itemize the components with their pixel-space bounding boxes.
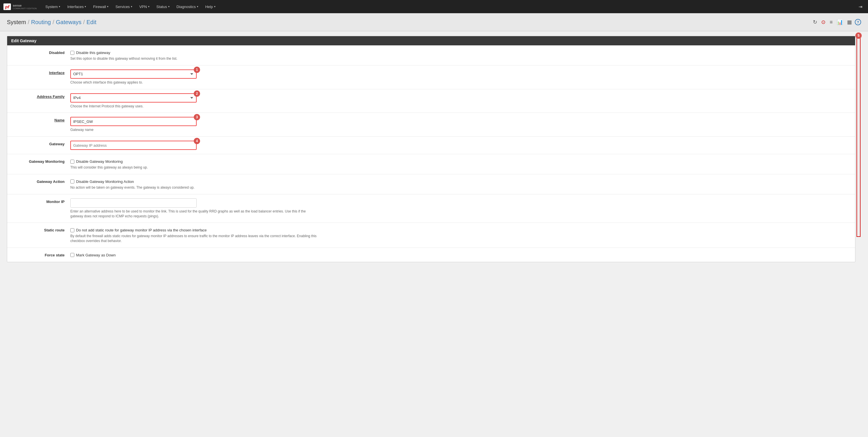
label-text-name[interactable]: Name	[55, 118, 65, 122]
chart-icon[interactable]: 📊	[836, 19, 844, 26]
field-col-gateway_monitoring: Disable Gateway MonitoringThis will cons…	[70, 157, 855, 171]
field-col-static_route: Do not add static route for gateway moni…	[70, 226, 855, 245]
help-text-disabled: Set this option to disable this gateway …	[70, 56, 317, 61]
checkbox-force_state[interactable]	[70, 253, 74, 257]
form-row-address_family: Address FamilyIPv4IPv62Choose the Intern…	[7, 89, 855, 113]
form-row-gateway_monitoring: Gateway MonitoringDisable Gateway Monito…	[7, 154, 855, 174]
help-text-gateway_monitoring: This will consider this gateway as alway…	[70, 165, 317, 170]
breadcrumb-routing[interactable]: Routing	[31, 19, 51, 26]
label-force_state: Force state	[7, 251, 70, 259]
label-static_route: Static route	[7, 226, 70, 245]
checkbox-label-gateway_monitoring: Disable Gateway Monitoring	[76, 159, 123, 164]
label-name: Name	[7, 116, 70, 133]
step-badge-name: 3	[194, 114, 200, 120]
breadcrumb-system: System	[7, 19, 26, 26]
field-col-gateway: 4	[70, 139, 855, 151]
form-row-monitor_ip: Monitor IPEnter an alternative address h…	[7, 194, 855, 223]
scroll-indicator[interactable]: 5	[856, 36, 861, 262]
chevron-down-icon: ▾	[131, 5, 132, 8]
nav-item-firewall[interactable]: Firewall ▾	[90, 0, 112, 13]
nav-item-services[interactable]: Services ▾	[113, 0, 135, 13]
select-address_family[interactable]: IPv4IPv6	[70, 93, 197, 102]
field-wrapper-interface: OPT1WANLAN1	[70, 69, 197, 79]
brand-name: sense	[12, 4, 22, 7]
select-interface[interactable]: OPT1WANLAN	[70, 69, 197, 79]
brand-logo: pf sense COMMUNITY EDITION	[3, 3, 37, 10]
chevron-down-icon: ▾	[59, 5, 60, 8]
breadcrumb-sep-3: /	[83, 19, 85, 26]
chevron-down-icon: ▾	[148, 5, 150, 8]
field-col-monitor_ip: Enter an alternative address here to be …	[70, 197, 855, 220]
help-icon[interactable]: ?	[855, 19, 861, 25]
input-name[interactable]	[70, 117, 197, 126]
label-gateway_action: Gateway Action	[7, 177, 70, 191]
table-icon[interactable]: ▦	[846, 19, 853, 26]
checkbox-disabled[interactable]	[70, 51, 74, 55]
field-wrapper-monitor_ip	[70, 198, 197, 208]
nav-item-vpn[interactable]: VPN ▾	[136, 0, 152, 13]
checkbox-label-disabled: Disable this gateway	[76, 51, 110, 55]
checkbox-label-static_route: Do not add static route for gateway moni…	[76, 228, 207, 232]
label-gateway: Gateway	[7, 139, 70, 151]
nav-item-system[interactable]: System ▾	[42, 0, 63, 13]
checkbox-row-gateway_action: Disable Gateway Monitoring Action	[70, 178, 850, 184]
label-text-interface[interactable]: Interface	[49, 71, 65, 75]
checkbox-row-gateway_monitoring: Disable Gateway Monitoring	[70, 158, 850, 164]
chevron-down-icon: ▾	[168, 5, 169, 8]
label-interface: Interface	[7, 68, 70, 86]
checkbox-row-force_state: Mark Gateway as Down	[70, 252, 850, 257]
form-row-gateway_action: Gateway ActionDisable Gateway Monitoring…	[7, 174, 855, 194]
field-wrapper-name: 3	[70, 117, 197, 126]
form-rows-container: DisabledDisable this gatewaySet this opt…	[7, 45, 855, 262]
input-monitor_ip[interactable]	[70, 198, 197, 208]
list-icon[interactable]: ≡	[828, 19, 834, 26]
logout-icon[interactable]: ⇥	[856, 0, 865, 13]
help-text-name: Gateway name	[70, 127, 317, 132]
checkbox-static_route[interactable]	[70, 228, 74, 232]
checkbox-gateway_action[interactable]	[70, 180, 74, 184]
scroll-badge: 5	[856, 32, 862, 39]
chevron-down-icon: ▾	[214, 5, 216, 8]
checkbox-row-disabled: Disable this gateway	[70, 50, 850, 55]
field-wrapper-address_family: IPv4IPv62	[70, 93, 197, 102]
panel-header: Edit Gateway	[7, 36, 855, 45]
breadcrumb-edit[interactable]: Edit	[86, 19, 96, 26]
breadcrumb-gateways[interactable]: Gateways	[56, 19, 82, 26]
nav-item-help[interactable]: Help ▾	[203, 0, 218, 13]
nav-item-diagnostics[interactable]: Diagnostics ▾	[174, 0, 201, 13]
chevron-down-icon: ▾	[197, 5, 198, 8]
help-text-gateway_action: No action will be taken on gateway event…	[70, 185, 317, 190]
step-badge-address_family: 2	[194, 90, 200, 97]
form-row-interface: InterfaceOPT1WANLAN1Choose which interfa…	[7, 65, 855, 89]
breadcrumb: System / Routing / Gateways / Edit	[7, 19, 96, 26]
refresh-icon[interactable]: ↻	[812, 19, 818, 26]
navbar: pf sense COMMUNITY EDITION System ▾ Inte…	[0, 0, 868, 13]
help-text-interface: Choose which interface this gateway appl…	[70, 80, 317, 85]
field-col-name: 3Gateway name	[70, 116, 855, 133]
form-row-name: Name3Gateway name	[7, 113, 855, 137]
checkbox-gateway_monitoring[interactable]	[70, 160, 74, 164]
help-text-monitor_ip: Enter an alternative address here to be …	[70, 209, 317, 219]
main-content: Edit Gateway DisabledDisable this gatewa…	[0, 31, 868, 267]
form-row-disabled: DisabledDisable this gatewaySet this opt…	[7, 45, 855, 65]
breadcrumb-sep-1: /	[28, 19, 30, 26]
scroll-thumb	[857, 36, 861, 237]
logo-text: pf	[5, 4, 9, 9]
nav-item-interfaces[interactable]: Interfaces ▾	[64, 0, 89, 13]
stop-icon[interactable]: ⊙	[820, 19, 827, 26]
form-panel: Edit Gateway DisabledDisable this gatewa…	[7, 36, 856, 262]
label-disabled: Disabled	[7, 48, 70, 62]
brand-edition: COMMUNITY EDITION	[12, 7, 37, 10]
form-row-gateway: Gateway4	[7, 137, 855, 154]
step-badge-gateway: 4	[194, 138, 200, 144]
label-text-address_family[interactable]: Address Family	[37, 94, 65, 99]
nav-item-status[interactable]: Status ▾	[154, 0, 173, 13]
breadcrumb-bar: System / Routing / Gateways / Edit ↻ ⊙ ≡…	[0, 13, 868, 31]
chevron-down-icon: ▾	[107, 5, 108, 8]
field-col-interface: OPT1WANLAN1Choose which interface this g…	[70, 68, 855, 86]
field-col-disabled: Disable this gatewaySet this option to d…	[70, 48, 855, 62]
input-gateway[interactable]	[70, 141, 197, 150]
help-text-address_family: Choose the Internet Protocol this gatewa…	[70, 104, 317, 109]
help-text-static_route: By default the firewall adds static rout…	[70, 234, 317, 244]
breadcrumb-sep-2: /	[53, 19, 54, 26]
